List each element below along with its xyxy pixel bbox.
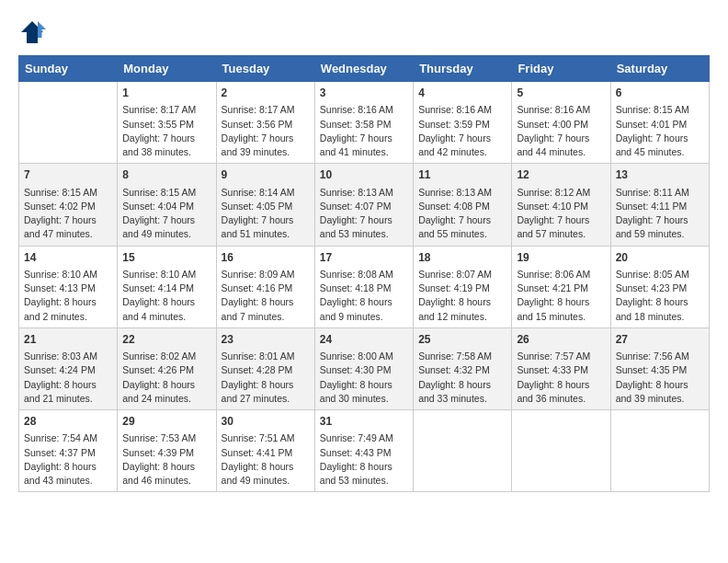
day-number: 7 [24, 167, 112, 183]
day-header-sunday: Sunday [19, 56, 118, 82]
day-cell-19: 19Sunrise: 8:06 AM Sunset: 4:21 PM Dayli… [512, 246, 610, 327]
day-info: Sunrise: 8:16 AM Sunset: 3:58 PM Dayligh… [320, 103, 408, 159]
day-cell-8: 8Sunrise: 8:15 AM Sunset: 4:04 PM Daylig… [118, 164, 216, 246]
week-row-4: 21Sunrise: 8:03 AM Sunset: 4:24 PM Dayli… [19, 327, 710, 409]
day-cell-30: 30Sunrise: 7:51 AM Sunset: 4:41 PM Dayli… [216, 410, 314, 492]
day-number: 29 [122, 414, 210, 430]
day-info: Sunrise: 8:08 AM Sunset: 4:18 PM Dayligh… [320, 268, 408, 324]
day-cell-18: 18Sunrise: 8:07 AM Sunset: 4:19 PM Dayli… [414, 246, 512, 327]
day-cell-27: 27Sunrise: 7:56 AM Sunset: 4:35 PM Dayli… [610, 327, 709, 409]
day-number: 3 [320, 86, 408, 101]
week-row-1: 1Sunrise: 8:17 AM Sunset: 3:55 PM Daylig… [19, 82, 710, 164]
day-number: 28 [24, 414, 112, 430]
day-number: 5 [517, 86, 605, 101]
day-cell-7: 7Sunrise: 8:15 AM Sunset: 4:02 PM Daylig… [19, 164, 118, 246]
day-info: Sunrise: 8:05 AM Sunset: 4:23 PM Dayligh… [616, 268, 704, 324]
day-info: Sunrise: 8:15 AM Sunset: 4:04 PM Dayligh… [122, 186, 210, 242]
day-header-thursday: Thursday [414, 56, 512, 82]
day-info: Sunrise: 8:10 AM Sunset: 4:14 PM Dayligh… [122, 268, 210, 324]
day-info: Sunrise: 8:10 AM Sunset: 4:13 PM Dayligh… [24, 268, 112, 324]
day-number: 20 [616, 250, 704, 266]
day-cell-13: 13Sunrise: 8:11 AM Sunset: 4:11 PM Dayli… [610, 164, 709, 246]
day-info: Sunrise: 8:13 AM Sunset: 4:07 PM Dayligh… [320, 186, 408, 242]
day-cell-29: 29Sunrise: 7:53 AM Sunset: 4:39 PM Dayli… [118, 410, 216, 492]
day-cell-1: 1Sunrise: 8:17 AM Sunset: 3:55 PM Daylig… [118, 82, 216, 164]
day-cell-15: 15Sunrise: 8:10 AM Sunset: 4:14 PM Dayli… [118, 246, 216, 327]
day-cell-31: 31Sunrise: 7:49 AM Sunset: 4:43 PM Dayli… [314, 410, 413, 492]
day-info: Sunrise: 8:12 AM Sunset: 4:10 PM Dayligh… [517, 186, 605, 242]
day-info: Sunrise: 8:17 AM Sunset: 3:56 PM Dayligh… [222, 103, 310, 159]
day-number: 6 [616, 86, 704, 101]
empty-cell [19, 82, 118, 164]
page-header [18, 18, 710, 46]
day-cell-21: 21Sunrise: 8:03 AM Sunset: 4:24 PM Dayli… [19, 327, 118, 409]
day-number: 19 [517, 250, 605, 266]
day-number: 27 [616, 332, 704, 348]
day-cell-16: 16Sunrise: 8:09 AM Sunset: 4:16 PM Dayli… [216, 246, 314, 327]
svg-marker-1 [38, 21, 46, 38]
day-info: Sunrise: 8:13 AM Sunset: 4:08 PM Dayligh… [418, 186, 506, 242]
day-info: Sunrise: 8:16 AM Sunset: 4:00 PM Dayligh… [517, 103, 605, 159]
day-info: Sunrise: 8:03 AM Sunset: 4:24 PM Dayligh… [24, 350, 112, 406]
day-cell-20: 20Sunrise: 8:05 AM Sunset: 4:23 PM Dayli… [610, 246, 709, 327]
day-number: 25 [418, 332, 506, 348]
day-number: 13 [616, 167, 704, 183]
day-number: 2 [222, 86, 310, 101]
day-number: 31 [320, 414, 408, 430]
day-number: 17 [320, 250, 408, 266]
day-cell-3: 3Sunrise: 8:16 AM Sunset: 3:58 PM Daylig… [314, 82, 413, 164]
day-info: Sunrise: 7:54 AM Sunset: 4:37 PM Dayligh… [24, 431, 112, 488]
day-number: 24 [320, 332, 408, 348]
day-info: Sunrise: 7:57 AM Sunset: 4:33 PM Dayligh… [517, 350, 605, 406]
day-info: Sunrise: 7:51 AM Sunset: 4:41 PM Dayligh… [222, 431, 310, 488]
empty-cell [512, 410, 610, 492]
day-number: 23 [222, 332, 310, 348]
day-info: Sunrise: 7:49 AM Sunset: 4:43 PM Dayligh… [320, 431, 408, 488]
day-info: Sunrise: 7:56 AM Sunset: 4:35 PM Dayligh… [616, 350, 704, 406]
day-header-friday: Friday [512, 56, 610, 82]
day-number: 9 [222, 167, 310, 183]
day-cell-23: 23Sunrise: 8:01 AM Sunset: 4:28 PM Dayli… [216, 327, 314, 409]
day-number: 15 [122, 250, 210, 266]
empty-cell [414, 410, 512, 492]
day-info: Sunrise: 8:01 AM Sunset: 4:28 PM Dayligh… [222, 350, 310, 406]
day-cell-2: 2Sunrise: 8:17 AM Sunset: 3:56 PM Daylig… [216, 82, 314, 164]
week-row-2: 7Sunrise: 8:15 AM Sunset: 4:02 PM Daylig… [19, 164, 710, 246]
day-number: 8 [122, 167, 210, 183]
day-number: 10 [320, 167, 408, 183]
day-number: 30 [222, 414, 310, 430]
day-info: Sunrise: 8:09 AM Sunset: 4:16 PM Dayligh… [222, 268, 310, 324]
day-info: Sunrise: 7:58 AM Sunset: 4:32 PM Dayligh… [418, 350, 506, 406]
day-info: Sunrise: 8:15 AM Sunset: 4:01 PM Dayligh… [616, 103, 704, 159]
day-info: Sunrise: 8:02 AM Sunset: 4:26 PM Dayligh… [122, 350, 210, 406]
day-cell-5: 5Sunrise: 8:16 AM Sunset: 4:00 PM Daylig… [512, 82, 610, 164]
day-info: Sunrise: 7:53 AM Sunset: 4:39 PM Dayligh… [122, 431, 210, 488]
day-number: 12 [517, 167, 605, 183]
day-cell-28: 28Sunrise: 7:54 AM Sunset: 4:37 PM Dayli… [19, 410, 118, 492]
day-cell-14: 14Sunrise: 8:10 AM Sunset: 4:13 PM Dayli… [19, 246, 118, 327]
day-info: Sunrise: 8:15 AM Sunset: 4:02 PM Dayligh… [24, 186, 112, 242]
day-number: 11 [418, 167, 506, 183]
day-cell-9: 9Sunrise: 8:14 AM Sunset: 4:05 PM Daylig… [216, 164, 314, 246]
day-info: Sunrise: 8:17 AM Sunset: 3:55 PM Dayligh… [122, 103, 210, 159]
day-cell-26: 26Sunrise: 7:57 AM Sunset: 4:33 PM Dayli… [512, 327, 610, 409]
calendar-table: SundayMondayTuesdayWednesdayThursdayFrid… [18, 55, 710, 492]
day-header-monday: Monday [118, 56, 216, 82]
day-number: 14 [24, 250, 112, 266]
day-number: 16 [222, 250, 310, 266]
day-cell-17: 17Sunrise: 8:08 AM Sunset: 4:18 PM Dayli… [314, 246, 413, 327]
day-cell-25: 25Sunrise: 7:58 AM Sunset: 4:32 PM Dayli… [414, 327, 512, 409]
day-cell-4: 4Sunrise: 8:16 AM Sunset: 3:59 PM Daylig… [414, 82, 512, 164]
day-cell-6: 6Sunrise: 8:15 AM Sunset: 4:01 PM Daylig… [610, 82, 709, 164]
day-info: Sunrise: 8:16 AM Sunset: 3:59 PM Dayligh… [418, 103, 506, 159]
day-cell-22: 22Sunrise: 8:02 AM Sunset: 4:26 PM Dayli… [118, 327, 216, 409]
day-info: Sunrise: 8:00 AM Sunset: 4:30 PM Dayligh… [320, 350, 408, 406]
day-info: Sunrise: 8:07 AM Sunset: 4:19 PM Dayligh… [418, 268, 506, 324]
day-header-tuesday: Tuesday [216, 56, 314, 82]
day-info: Sunrise: 8:06 AM Sunset: 4:21 PM Dayligh… [517, 268, 605, 324]
day-number: 1 [122, 86, 210, 101]
day-number: 18 [418, 250, 506, 266]
day-number: 4 [418, 86, 506, 101]
day-cell-24: 24Sunrise: 8:00 AM Sunset: 4:30 PM Dayli… [314, 327, 413, 409]
calendar-header: SundayMondayTuesdayWednesdayThursdayFrid… [19, 56, 710, 82]
